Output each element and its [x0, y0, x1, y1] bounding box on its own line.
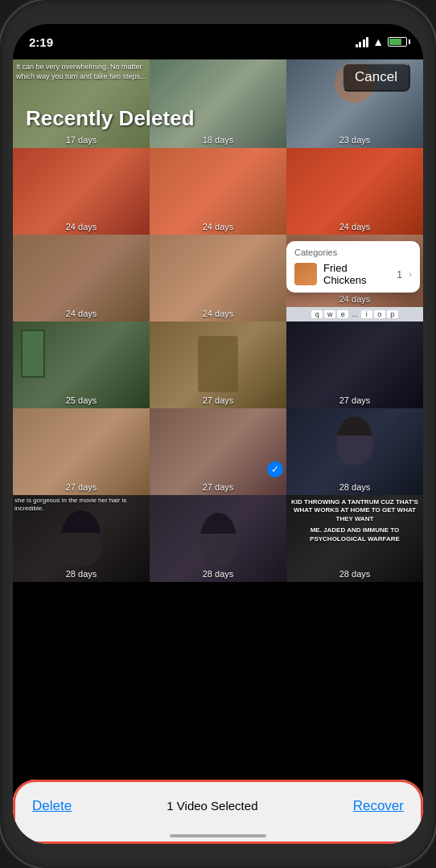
- day-label: 27 days: [286, 395, 423, 405]
- photo-grid: It can be very overwhelming. No matter w…: [13, 59, 423, 780]
- battery-icon: [388, 37, 407, 47]
- categories-popup: Categories Fried Chickens 1 ›: [286, 241, 420, 293]
- day-label: 17 days: [13, 135, 150, 145]
- grid-row: 25 days 27 days 27 days: [13, 321, 423, 408]
- day-label: 18 days: [150, 135, 286, 145]
- day-label: 27 days: [13, 482, 150, 492]
- status-time: 2:19: [29, 35, 53, 49]
- page-title: Recently Deleted: [26, 106, 195, 131]
- nav-overlay: Cancel: [13, 59, 423, 95]
- battery-fill: [389, 39, 401, 45]
- signal-icon: [356, 37, 369, 47]
- photo-cell[interactable]: 24 days: [150, 148, 286, 235]
- photo-cell[interactable]: KID THROWING A TANTRUM CUZ THAT'S WHAT W…: [286, 495, 423, 582]
- grid-row: 24 days 24 days 24 days: [13, 148, 423, 235]
- grid-row: 27 days ✓ 27 days 28 days: [13, 408, 423, 495]
- day-label: 24 days: [286, 294, 423, 304]
- home-indicator: [170, 834, 266, 837]
- photo-cell[interactable]: 24 days: [150, 235, 286, 321]
- category-name: Fried Chickens: [323, 262, 390, 286]
- selection-checkmark: ✓: [267, 461, 283, 477]
- grid-row: she is gorgeous in the movie her hair is…: [13, 495, 423, 582]
- status-bar: 2:19 ▲: [13, 24, 423, 59]
- day-label: 24 days: [150, 222, 286, 231]
- photo-cell[interactable]: 24 days: [286, 148, 423, 235]
- photo-cell[interactable]: ✓ 27 days: [150, 408, 286, 495]
- photo-cell[interactable]: 27 days: [286, 321, 423, 408]
- day-label: 24 days: [150, 309, 286, 318]
- status-icons: ▲: [356, 35, 407, 48]
- phone-device: 2:19 ▲: [0, 0, 436, 868]
- photo-cell[interactable]: 28 days: [286, 408, 423, 495]
- day-label: 27 days: [150, 482, 286, 492]
- day-label: 23 days: [286, 135, 423, 145]
- photo-cell[interactable]: 24 days: [13, 148, 150, 235]
- day-label: 27 days: [150, 395, 286, 405]
- day-label: 28 days: [286, 569, 423, 579]
- photo-cell[interactable]: she is gorgeous in the movie her hair is…: [13, 495, 150, 582]
- category-item[interactable]: Fried Chickens 1 ›: [294, 262, 412, 286]
- photo-cell[interactable]: 28 days: [150, 495, 286, 582]
- phone-screen: 2:19 ▲: [13, 24, 423, 844]
- keyboard-row: q w e ... i o p: [286, 307, 423, 321]
- photo-cell[interactable]: 25 days: [13, 321, 150, 408]
- category-count: 1: [397, 268, 402, 280]
- category-thumb: [294, 263, 317, 285]
- categories-title: Categories: [294, 248, 412, 257]
- photo-cell[interactable]: 27 days: [150, 321, 286, 408]
- recover-button[interactable]: Recover: [353, 798, 404, 814]
- photo-cell[interactable]: Categories Fried Chickens 1 › q w e: [286, 235, 423, 321]
- day-label: 24 days: [286, 222, 423, 231]
- selection-status: 1 Video Selected: [167, 799, 257, 813]
- cancel-button[interactable]: Cancel: [342, 63, 410, 92]
- chevron-icon: ›: [409, 269, 412, 279]
- delete-button[interactable]: Delete: [32, 798, 72, 814]
- day-label: 24 days: [13, 222, 150, 231]
- day-label: 25 days: [13, 395, 150, 405]
- wifi-icon: ▲: [372, 35, 384, 48]
- day-label: 28 days: [286, 482, 423, 492]
- photo-cell[interactable]: 27 days: [13, 408, 150, 495]
- grid-row: 24 days 24 days Categories Fried Chicken…: [13, 235, 423, 321]
- day-label: 24 days: [13, 309, 150, 318]
- photo-cell[interactable]: 24 days: [13, 235, 150, 321]
- day-label: 28 days: [150, 569, 286, 579]
- day-label: 28 days: [13, 569, 150, 579]
